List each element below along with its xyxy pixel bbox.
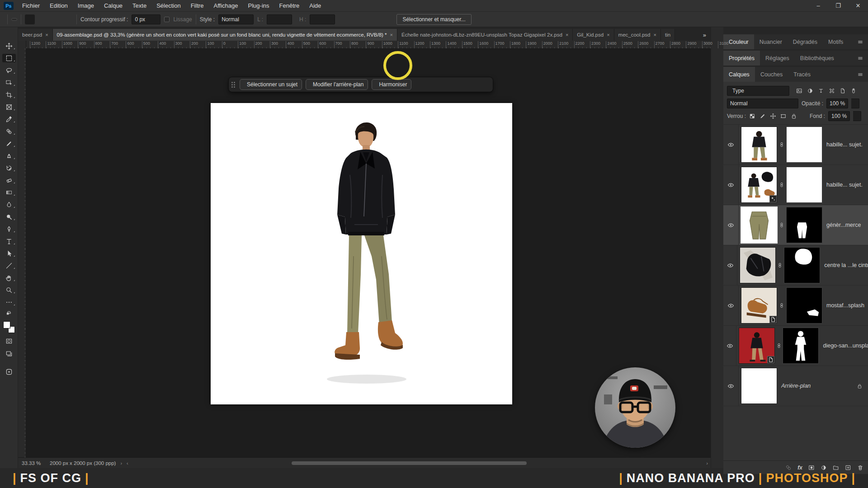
restore-button[interactable]: ❐ <box>828 0 848 11</box>
menu-aide[interactable]: Aide <box>304 0 326 11</box>
gradient-tool[interactable] <box>2 188 16 197</box>
mask-people-icon[interactable] <box>415 79 427 90</box>
layer-fx-icon[interactable]: fx <box>797 465 802 471</box>
layer-mask-thumbnail[interactable] <box>787 167 822 202</box>
shape-filter-icon[interactable] <box>829 88 835 94</box>
menu-fichier[interactable]: Fichier <box>17 0 45 11</box>
panel-menu-icon[interactable] <box>857 51 868 66</box>
document-tab[interactable]: tin <box>661 29 675 41</box>
antialias-checkbox[interactable] <box>164 17 170 22</box>
filter-toggle-icon[interactable] <box>850 88 857 94</box>
add-selection-mode[interactable] <box>38 14 47 24</box>
history-brush-tool[interactable] <box>2 164 16 172</box>
layer-row[interactable]: habille... sujet. <box>723 125 868 165</box>
layer-thumbnail[interactable] <box>740 248 775 283</box>
layer-mask-link-icon[interactable] <box>777 303 787 308</box>
lock-all-icon[interactable] <box>791 113 797 119</box>
layer-mask-thumbnail[interactable] <box>787 288 822 323</box>
document-canvas[interactable] <box>211 103 512 404</box>
layer-name[interactable]: habille... sujet. <box>826 141 863 148</box>
panel-tab-dégradés[interactable]: Dégradés <box>788 34 823 49</box>
panel-tab-réglages[interactable]: Réglages <box>760 51 795 66</box>
select-subject-button[interactable]: Sélectionner un sujet <box>240 79 302 90</box>
fill-chevron[interactable] <box>853 111 861 121</box>
lock-position-icon[interactable] <box>770 113 776 119</box>
delete-layer-icon[interactable] <box>857 465 863 471</box>
lock-transparency-icon[interactable] <box>749 113 755 119</box>
dodge-tool[interactable] <box>2 212 16 221</box>
panel-tab-bibliothèques[interactable]: Bibliothèques <box>795 51 840 66</box>
adjustments-icon[interactable] <box>446 79 458 90</box>
layer-mask-thumbnail[interactable] <box>787 127 822 162</box>
layer-name[interactable]: mostaf...splash <box>826 302 864 309</box>
document-tab[interactable]: Gil_Kid.psd× <box>573 29 614 41</box>
tab-close-icon[interactable]: × <box>390 32 393 38</box>
fill-value[interactable]: 100 % <box>828 111 850 121</box>
eyedropper-tool[interactable] <box>2 115 16 123</box>
more-options-icon[interactable] <box>476 79 488 90</box>
document-tab[interactable]: beer.psd× <box>18 29 53 41</box>
layer-thumbnail[interactable] <box>741 207 777 243</box>
tab-close-icon[interactable]: × <box>607 32 609 38</box>
link-layers-icon[interactable] <box>785 465 792 471</box>
layer-name[interactable]: diego-san...unsplash <box>823 343 868 349</box>
layer-mask-thumbnail[interactable] <box>783 328 818 363</box>
color-swatches[interactable] <box>3 321 15 333</box>
generate-image-icon[interactable] <box>461 79 473 90</box>
object-selection-tool[interactable] <box>2 78 16 87</box>
menu-image[interactable]: Image <box>73 0 99 11</box>
layer-name[interactable]: génèr...merce <box>826 222 861 228</box>
layer-row[interactable]: diego-san...unsplash <box>723 326 868 366</box>
opacity-chevron[interactable] <box>851 99 859 108</box>
type-filter-icon[interactable] <box>818 88 824 94</box>
layer-visibility-toggle[interactable] <box>723 245 737 285</box>
ruler-origin[interactable] <box>18 41 26 49</box>
layer-row[interactable]: habille... sujet. <box>723 165 868 205</box>
style-dropdown[interactable]: Normal <box>218 14 254 24</box>
lock-paint-icon[interactable] <box>760 113 766 119</box>
layer-visibility-toggle[interactable] <box>723 286 739 325</box>
healing-brush-tool[interactable] <box>2 127 16 136</box>
harmonize-button[interactable]: Harmoniser <box>372 79 411 90</box>
add-mask-icon[interactable] <box>808 465 815 471</box>
swap-colors-icon[interactable] <box>6 310 12 316</box>
lock-artboard-icon[interactable] <box>780 113 787 119</box>
horizontal-ruler[interactable]: 1200110010009008007006005004003002001000… <box>18 41 711 49</box>
minimize-button[interactable]: – <box>808 0 828 11</box>
panel-tab-tracés[interactable]: Tracés <box>788 67 816 82</box>
layer-row[interactable]: Arrière-plan <box>723 366 868 406</box>
layer-thumbnail[interactable] <box>741 368 777 404</box>
pixel-filter-icon[interactable] <box>796 88 802 94</box>
hand-tool[interactable] <box>2 273 16 282</box>
panel-tab-couches[interactable]: Couches <box>755 67 788 82</box>
menu-texte[interactable]: Texte <box>127 0 151 11</box>
panel-tab-nuancier[interactable]: Nuancier <box>754 34 788 49</box>
layer-mask-link-icon[interactable] <box>777 222 787 228</box>
add-adjustment-icon[interactable] <box>821 465 827 471</box>
panel-menu-icon[interactable] <box>857 67 868 82</box>
quick-mask-tool[interactable] <box>2 337 16 345</box>
adjustment-filter-icon[interactable] <box>807 88 813 94</box>
document-tab[interactable]: Échelle nate-johnston-dLbz-zn89EU-unspla… <box>397 29 573 41</box>
tab-close-icon[interactable]: × <box>45 32 48 38</box>
panel-tab-motifs[interactable]: Motifs <box>823 34 849 49</box>
tab-close-icon[interactable]: × <box>566 32 568 38</box>
drag-handle[interactable] <box>231 82 235 88</box>
menu-slection[interactable]: Sélection <box>151 0 185 11</box>
horizontal-scrollbar[interactable] <box>292 461 527 465</box>
layer-mask-thumbnail[interactable] <box>784 248 820 283</box>
layer-filter-dropdown[interactable]: Type <box>727 86 789 96</box>
layer-thumbnail[interactable] <box>741 127 777 162</box>
type-tool[interactable] <box>2 237 16 245</box>
layer-thumbnail[interactable] <box>741 288 777 323</box>
zoom-tool[interactable] <box>2 286 16 294</box>
line-tool[interactable] <box>2 261 16 270</box>
height-input[interactable] <box>310 14 335 24</box>
screen-mode-tool[interactable] <box>2 349 16 357</box>
menu-filtre[interactable]: Filtre <box>186 0 209 11</box>
edit-background-button[interactable]: Modifier l'arrière-plan <box>306 79 368 90</box>
layer-thumbnail[interactable] <box>741 167 777 202</box>
menu-plug-ins[interactable]: Plug-ins <box>243 0 274 11</box>
width-input[interactable] <box>267 14 292 24</box>
layer-visibility-toggle[interactable] <box>723 165 739 205</box>
